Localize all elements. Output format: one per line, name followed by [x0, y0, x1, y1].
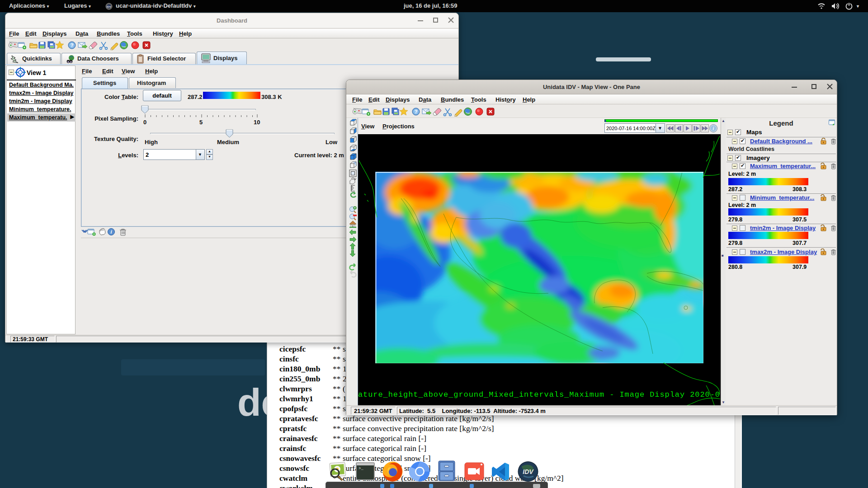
svg-text:IDV: IDV — [107, 5, 111, 8]
svg-text:?: ? — [71, 42, 74, 48]
svg-text:IDV: IDV — [523, 468, 534, 475]
svg-text:?: ? — [415, 109, 418, 114]
svg-text:ature_height_above_ground_Mixe: ature_height_above_ground_Mixed_interval… — [358, 390, 720, 399]
svg-text:i: i — [713, 126, 714, 131]
svg-text:>_: >_ — [359, 466, 363, 471]
